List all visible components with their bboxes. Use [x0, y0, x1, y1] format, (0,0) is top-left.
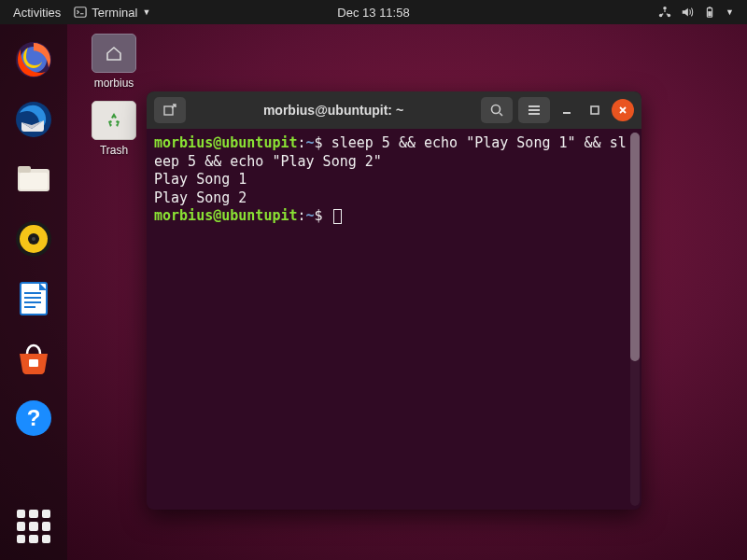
volume-icon[interactable]: [681, 6, 694, 19]
power-menu-dropdown-icon[interactable]: ▼: [726, 7, 734, 17]
svg-rect-20: [24, 297, 41, 299]
svg-rect-11: [18, 166, 31, 173]
dock: ?: [0, 24, 67, 560]
svg-point-27: [492, 105, 500, 114]
prompt-user-host: morbius@ubuntupit: [154, 207, 298, 224]
recycle-icon: [104, 110, 124, 131]
prompt-sep2: $: [315, 134, 331, 151]
svg-text:?: ?: [27, 405, 41, 430]
maximize-icon: [589, 105, 600, 116]
svg-rect-6: [708, 11, 712, 16]
activities-button[interactable]: Activities: [13, 6, 61, 20]
output-line: Play Song 2: [154, 189, 247, 206]
desktop-trash[interactable]: Trash: [84, 101, 144, 157]
svg-rect-0: [75, 7, 86, 18]
svg-rect-23: [29, 359, 38, 367]
terminal-title: morbius@ubuntupit: ~: [191, 103, 475, 118]
terminal-icon: [74, 6, 87, 19]
minimize-button[interactable]: [556, 99, 578, 121]
dock-app-rhythmbox[interactable]: [11, 217, 56, 261]
svg-rect-12: [20, 173, 48, 189]
hamburger-menu-button[interactable]: [518, 97, 550, 123]
prompt-user-host: morbius@ubuntupit: [154, 134, 298, 151]
desktop-trash-label: Trash: [84, 144, 144, 157]
svg-rect-26: [164, 106, 173, 115]
svg-point-1: [663, 7, 667, 10]
dock-app-files[interactable]: [11, 157, 56, 202]
close-button[interactable]: [612, 99, 634, 121]
svg-rect-28: [591, 106, 599, 114]
clock[interactable]: Dec 13 11:58: [337, 6, 409, 20]
prompt-path: ~: [306, 134, 315, 151]
battery-icon[interactable]: [703, 6, 716, 19]
search-button[interactable]: [481, 97, 513, 123]
desktop: morbius Trash: [84, 34, 144, 157]
prompt-sep1: :: [298, 134, 306, 151]
svg-rect-22: [24, 306, 35, 308]
home-icon: [105, 44, 123, 63]
search-icon: [489, 103, 504, 118]
close-icon: [617, 105, 628, 116]
hamburger-icon: [527, 103, 542, 118]
terminal-body[interactable]: morbius@ubuntupit:~$ sleep 5 && echo "Pl…: [147, 129, 641, 510]
terminal-titlebar[interactable]: morbius@ubuntupit: ~: [147, 91, 641, 129]
new-tab-icon: [162, 103, 177, 118]
svg-rect-21: [24, 301, 41, 303]
dock-app-ubuntu-software[interactable]: [11, 336, 56, 381]
maximize-button[interactable]: [584, 99, 606, 121]
dock-app-libreoffice-writer[interactable]: [11, 276, 56, 321]
output-line: Play Song 1: [154, 171, 247, 188]
show-applications-button[interactable]: [17, 510, 50, 543]
dock-app-firefox[interactable]: [11, 37, 56, 82]
dock-app-thunderbird[interactable]: [11, 97, 56, 142]
prompt-path: ~: [306, 207, 315, 224]
svg-rect-19: [24, 292, 41, 294]
prompt-sep2: $: [315, 207, 331, 224]
active-app-menu[interactable]: Terminal ▼: [74, 6, 150, 20]
network-icon[interactable]: [658, 6, 671, 19]
prompt-sep1: :: [298, 207, 306, 224]
top-bar: Activities Terminal ▼ Dec 13 11:58 ▼: [0, 0, 747, 24]
minimize-icon: [561, 105, 572, 116]
cursor: [333, 209, 342, 224]
desktop-home-folder[interactable]: morbius: [84, 34, 144, 90]
scrollbar-thumb[interactable]: [630, 133, 640, 361]
desktop-home-label: morbius: [84, 77, 144, 90]
svg-rect-5: [709, 7, 712, 7]
terminal-window: morbius@ubuntupit: ~ morbius@ubuntupit:~…: [147, 91, 641, 510]
dock-app-help[interactable]: ?: [11, 396, 56, 441]
active-app-label: Terminal: [92, 6, 137, 20]
new-tab-button[interactable]: [154, 97, 186, 123]
svg-point-16: [32, 237, 35, 241]
dropdown-arrow-icon: ▼: [142, 7, 150, 17]
